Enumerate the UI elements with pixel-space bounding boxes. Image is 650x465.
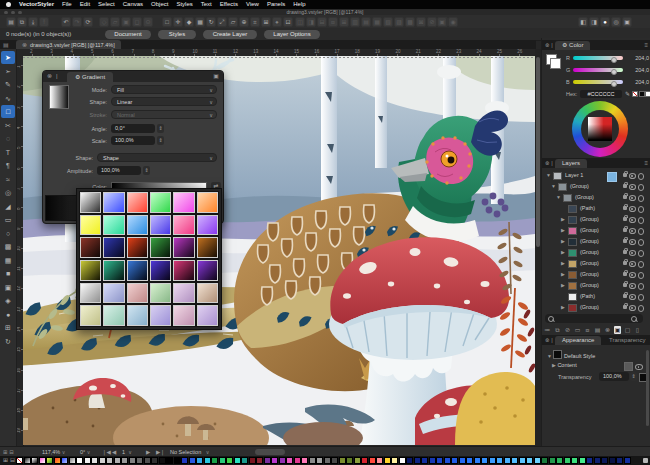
menu-item-object[interactable]: Object	[151, 0, 168, 9]
hex-field[interactable]: #CCCCCC	[580, 90, 622, 98]
swatch-24[interactable]	[196, 457, 203, 464]
swatch-29[interactable]	[234, 457, 241, 464]
saturation-value-box[interactable]	[588, 117, 612, 141]
amplitude-field[interactable]: 100,0%	[97, 166, 141, 175]
target-icon[interactable]	[638, 217, 645, 224]
delete-hidden-icon[interactable]: ⊗	[604, 326, 611, 334]
ellipse-tool[interactable]: ○	[1, 227, 15, 240]
menu-item-view[interactable]: View	[246, 0, 259, 9]
swatch-17[interactable]	[144, 457, 151, 464]
eye-icon[interactable]	[629, 195, 637, 201]
apple-icon[interactable]	[6, 2, 11, 7]
transform-icon[interactable]: ▦	[195, 17, 205, 27]
swatch-59[interactable]	[459, 457, 466, 464]
last-page-icon[interactable]: ▶❘	[156, 449, 165, 455]
gradient-preset-swatch-32[interactable]	[127, 305, 148, 326]
lock-icon[interactable]	[623, 294, 627, 298]
eye-icon[interactable]	[629, 184, 637, 190]
layers-search-field[interactable]	[545, 314, 643, 323]
lock-icon[interactable]	[623, 217, 627, 221]
menu-item-file[interactable]: File	[62, 0, 72, 9]
target-icon[interactable]: ⌖	[272, 17, 282, 27]
swatch-58[interactable]	[451, 457, 458, 464]
swatch-54[interactable]	[421, 457, 428, 464]
gradient-preset-swatch-10[interactable]	[173, 215, 194, 236]
lock-icon[interactable]	[623, 195, 627, 199]
first-page-icon[interactable]: ❘◀	[102, 449, 111, 455]
stroke-tool[interactable]: ▣	[1, 281, 15, 294]
shape-dropdown[interactable]: Linear∨	[111, 97, 217, 106]
menu-item-vectorstyler[interactable]: VectorStyler	[19, 0, 54, 9]
gradient-preset-swatch-3[interactable]	[150, 192, 171, 213]
swatch-81[interactable]	[624, 457, 631, 464]
menu-item-text[interactable]: Text	[201, 0, 212, 9]
layer-row-4[interactable]: ▶(Group)	[544, 214, 649, 225]
styles-button[interactable]: Styles	[158, 30, 196, 39]
target-icon[interactable]	[638, 239, 645, 246]
select-tool[interactable]: ➤	[1, 51, 15, 64]
eye-icon[interactable]	[629, 173, 637, 179]
swatch-35[interactable]	[279, 457, 286, 464]
swatch-14[interactable]	[121, 457, 128, 464]
trash-icon[interactable]: ▯	[634, 326, 641, 334]
panel-grid-icon[interactable]: ⊞ ⊟	[3, 449, 14, 455]
pathop-9-icon[interactable]: ▧	[383, 17, 393, 27]
gradient-preset-swatch-22[interactable]	[173, 260, 194, 281]
sync-icon[interactable]: ⟳	[83, 17, 93, 27]
swatch-12[interactable]	[106, 457, 113, 464]
layer-row-11[interactable]: (Path)	[544, 291, 649, 302]
lock-icon[interactable]	[623, 239, 627, 243]
swatch-42[interactable]	[331, 457, 338, 464]
expander-icon[interactable]: ▶	[561, 260, 565, 266]
content-row[interactable]: ▶ Content	[552, 362, 577, 368]
lock-icon[interactable]	[623, 250, 627, 254]
layer-row-2[interactable]: ▼(Group)	[544, 192, 649, 203]
pathop-8-icon[interactable]: ▦	[372, 17, 382, 27]
panel-menu-icon[interactable]: ≡	[644, 160, 648, 167]
expander-icon[interactable]: ▼	[556, 194, 561, 200]
swatch-73[interactable]	[564, 457, 571, 464]
gradient-preset-swatch-28[interactable]	[173, 283, 194, 304]
expander-icon[interactable]: ▶	[561, 282, 565, 288]
swatch-64[interactable]	[496, 457, 503, 464]
expander-icon[interactable]: ▶	[561, 227, 565, 233]
align-icon[interactable]: ▱	[110, 17, 120, 27]
grid-icon[interactable]: ⊞	[261, 17, 271, 27]
layer-options-button[interactable]: Layer Options	[264, 30, 320, 39]
swatch-23[interactable]	[189, 457, 196, 464]
swatch-36[interactable]	[286, 457, 293, 464]
color-picker-icon[interactable]: ✎	[625, 90, 630, 97]
target-icon[interactable]	[638, 261, 645, 268]
tab-close-icon[interactable]: ⊗	[22, 41, 27, 48]
lock-icon[interactable]	[623, 173, 627, 177]
scale-stepper[interactable]: ⇕	[157, 136, 164, 145]
node-mode-icon[interactable]: ◆	[184, 17, 194, 27]
create-layer-button[interactable]: Create Layer	[203, 30, 257, 39]
horizontal-scrollbar-thumb[interactable]	[255, 449, 285, 455]
gradient-preset-swatch-34[interactable]	[173, 305, 194, 326]
panel-close-icon[interactable]: ⊗ |	[545, 337, 553, 344]
swatch-40[interactable]	[316, 457, 323, 464]
outline-icon[interactable]: ◨	[589, 17, 599, 27]
sidebar-toggle-icon[interactable]: ▤	[3, 42, 9, 49]
gradient-preset-swatch-14[interactable]	[127, 237, 148, 258]
swatch-70[interactable]	[541, 457, 548, 464]
layer-row-12[interactable]: ▶(Group)	[544, 302, 649, 313]
swatch-55[interactable]	[429, 457, 436, 464]
gradient-panel-tab[interactable]: ⚙ Gradient	[67, 72, 113, 82]
swatch-76[interactable]	[586, 457, 593, 464]
swatch-13[interactable]	[114, 457, 121, 464]
layer-row-3[interactable]: (Path)	[544, 203, 649, 214]
pathop-7-icon[interactable]: ▤	[361, 17, 371, 27]
layers-panel-header[interactable]: ⊗ | Layers ≡	[542, 158, 650, 168]
expander-icon[interactable]: ▼	[546, 172, 551, 178]
rotate-view-tool[interactable]: ↻	[1, 335, 15, 348]
gradient-preset-swatch-27[interactable]	[150, 283, 171, 304]
menu-item-canvas[interactable]: Canvas	[123, 0, 143, 9]
swatch-6[interactable]	[61, 457, 68, 464]
swatch-44[interactable]	[346, 457, 353, 464]
gradient-tool[interactable]: ▩	[1, 240, 15, 253]
shear-icon[interactable]: ▱	[228, 17, 238, 27]
eyedropper-tool[interactable]: ◢	[1, 200, 15, 213]
swatch-28[interactable]	[226, 457, 233, 464]
